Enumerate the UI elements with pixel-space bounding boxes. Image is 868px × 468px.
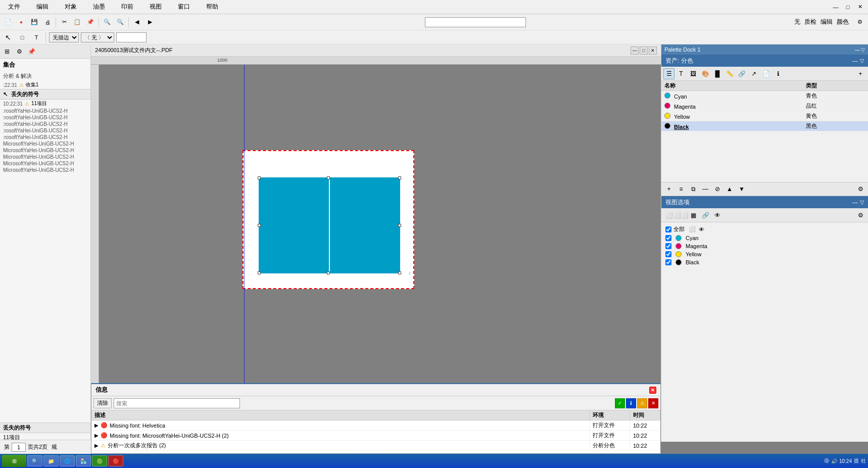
menu-edit[interactable]: 编辑 bbox=[32, 2, 53, 12]
doc-close[interactable]: ✕ bbox=[649, 46, 657, 55]
list-item-6[interactable]: MicrosoftYaHei-UniGB-UCS2-H bbox=[0, 147, 90, 154]
expand-icon-0[interactable]: ▶ bbox=[94, 423, 99, 428]
expand-icon-2[interactable]: ▶ bbox=[94, 443, 99, 448]
info-row-0[interactable]: ▶ 🔴 Missing font: Helvetica 打开文件 10:22 bbox=[91, 420, 660, 431]
at-arrow-icon[interactable]: ↗ bbox=[748, 68, 759, 79]
menu-view[interactable]: 视图 bbox=[146, 2, 166, 12]
frame-tool[interactable]: □ bbox=[16, 31, 28, 43]
asset-panel-minimize[interactable]: — bbox=[852, 58, 858, 64]
taskbar-browser[interactable]: 🌐 bbox=[60, 455, 75, 466]
filter-error-icon[interactable]: ✕ bbox=[648, 398, 658, 408]
doc-minimize[interactable]: — bbox=[631, 46, 639, 55]
list-item-4[interactable]: :rosoftYaHei-UniGB-UCS2-H bbox=[0, 134, 90, 141]
lp-icon-1[interactable]: ⊞ bbox=[2, 46, 12, 57]
at-text-icon[interactable]: T bbox=[676, 68, 687, 79]
taskbar-store[interactable]: 🏪 bbox=[76, 455, 91, 466]
menu-prepress[interactable]: 印前 bbox=[117, 2, 137, 12]
at-image-icon[interactable]: 🖼 bbox=[688, 68, 699, 79]
label-color[interactable]: 颜色 bbox=[837, 18, 849, 26]
list-item-3[interactable]: :rosoftYaHei-UniGB-UCS2-H bbox=[0, 127, 90, 134]
at-measure-icon[interactable]: 📏 bbox=[724, 68, 735, 79]
view-check-all[interactable] bbox=[665, 226, 671, 232]
list-item-1[interactable]: :rosoftYaHei-UniGB-UCS2-H bbox=[0, 114, 90, 121]
maximize-button[interactable]: □ bbox=[844, 3, 852, 11]
abt-copy[interactable]: ⧉ bbox=[688, 183, 699, 195]
at-color-icon[interactable]: 🎨 bbox=[700, 68, 711, 79]
info-close-button[interactable]: ✕ bbox=[649, 387, 656, 394]
taskbar-folder[interactable]: 📁 bbox=[43, 455, 59, 466]
info-search-input[interactable] bbox=[114, 398, 240, 408]
minimize-button[interactable]: — bbox=[832, 3, 840, 11]
vt-two-page[interactable]: ⬜⬜ bbox=[676, 210, 687, 221]
vt-settings[interactable]: ⚙ bbox=[855, 210, 866, 221]
copy-button[interactable]: 📋 bbox=[71, 16, 83, 28]
color-row-yellow[interactable]: Yellow 黄色 bbox=[661, 111, 868, 121]
save-button[interactable]: 💾 bbox=[28, 16, 40, 28]
view-check-black[interactable] bbox=[665, 259, 671, 265]
palette-dock-minimize[interactable]: — bbox=[855, 47, 860, 53]
start-button[interactable]: ⊞ bbox=[2, 455, 26, 467]
vt-spread[interactable]: ▦ bbox=[688, 210, 699, 221]
new-button[interactable]: 📄 bbox=[2, 16, 14, 28]
vt-link[interactable]: 🔗 bbox=[700, 210, 711, 221]
color-row-black[interactable]: Black 黑色 bbox=[661, 121, 868, 131]
label-qc[interactable]: 质检 bbox=[804, 18, 816, 26]
settings-icon[interactable]: ⚙ bbox=[854, 16, 866, 28]
arrow-right-button[interactable]: ▶ bbox=[144, 16, 156, 28]
list-item-7[interactable]: MicrosoftYaHei-UniGB-UCS2-H bbox=[0, 154, 90, 160]
view-check-cyan[interactable] bbox=[665, 235, 671, 241]
at-add-col-icon[interactable]: + bbox=[855, 68, 866, 79]
expand-icon-1[interactable]: ▶ bbox=[94, 433, 99, 438]
info-row-2[interactable]: ▶ ⚠ 分析一次或多次报告 (2) 分析分色 10:22 bbox=[91, 441, 660, 451]
list-item-2[interactable]: :rosoftYaHei-UniGB-UCS2-H bbox=[0, 121, 90, 127]
list-item-0[interactable]: :rosoftYaHei-UniGB-UCS2-H bbox=[0, 108, 90, 114]
list-item-9[interactable]: MicrosoftYaHei-UniGB-UCS2-H bbox=[0, 167, 90, 173]
paste-button[interactable]: 📌 bbox=[84, 16, 97, 28]
list-item-8[interactable]: MicrosoftYaHei-UniGB-UCS2-H bbox=[0, 160, 90, 167]
cut-button[interactable]: ✂ bbox=[58, 16, 70, 28]
menu-ink[interactable]: 油墨 bbox=[89, 2, 109, 12]
menu-help[interactable]: 帮助 bbox=[202, 2, 222, 12]
text-tool[interactable]: T bbox=[30, 31, 42, 43]
status-page-input[interactable] bbox=[12, 443, 26, 452]
zoom-in-button[interactable]: 🔍 bbox=[101, 16, 113, 28]
list-item-5[interactable]: MicrosoftYaHei-UniGB-UCS2-H bbox=[0, 141, 90, 147]
lp-icon-3[interactable]: 📌 bbox=[26, 46, 36, 57]
at-doc-icon[interactable]: 📄 bbox=[760, 68, 771, 79]
vt-eye[interactable]: 👁 bbox=[712, 210, 723, 221]
info-row-1[interactable]: ▶ 🔴 Missing font: MicrosoftYaHei-UniGB-U… bbox=[91, 431, 660, 441]
info-clear-button[interactable]: 清除 bbox=[93, 398, 112, 408]
abt-list[interactable]: ≡ bbox=[676, 183, 687, 195]
at-barcode-icon[interactable]: ▐▌ bbox=[712, 68, 723, 79]
open-button[interactable]: ● bbox=[15, 16, 27, 28]
at-list-icon[interactable]: ☰ bbox=[663, 68, 674, 79]
at-link-icon[interactable]: 🔗 bbox=[736, 68, 747, 79]
vt-single-page[interactable]: ⬜ bbox=[663, 210, 674, 221]
view-panel-expand[interactable]: ▽ bbox=[860, 199, 864, 206]
abt-add[interactable]: + bbox=[663, 183, 674, 195]
angle-select[interactable]: 〈 无 〉 bbox=[81, 32, 114, 42]
taskbar-red[interactable]: 🔴 bbox=[108, 455, 123, 466]
palette-dock-expand[interactable]: ▽ bbox=[861, 47, 865, 53]
label-edit[interactable]: 编辑 bbox=[821, 18, 833, 26]
view-check-yellow[interactable] bbox=[665, 251, 671, 257]
main-search-input[interactable] bbox=[425, 17, 526, 27]
doc-restore[interactable]: □ bbox=[640, 46, 648, 55]
menu-window[interactable]: 窗口 bbox=[174, 2, 194, 12]
menu-object[interactable]: 对象 bbox=[61, 2, 81, 12]
at-info-icon[interactable]: ℹ bbox=[773, 68, 784, 79]
abt-settings[interactable]: ⚙ bbox=[855, 183, 866, 195]
arrow-left-button[interactable]: ◀ bbox=[131, 16, 143, 28]
menu-file[interactable]: 文件 bbox=[4, 2, 24, 12]
abt-down[interactable]: ▼ bbox=[736, 183, 747, 195]
filter-info-icon[interactable]: ℹ bbox=[626, 398, 636, 408]
color-row-magenta[interactable]: Magenta 品红 bbox=[661, 101, 868, 111]
lp-icon-2[interactable]: ⚙ bbox=[14, 46, 24, 57]
close-button[interactable]: ✕ bbox=[856, 3, 864, 11]
abt-stop[interactable]: ⊘ bbox=[712, 183, 723, 195]
view-check-magenta[interactable] bbox=[665, 243, 671, 249]
abt-up[interactable]: ▲ bbox=[724, 183, 735, 195]
stroke-select[interactable]: 无描边 bbox=[49, 32, 79, 42]
color-row-cyan[interactable]: Cyan 青色 bbox=[661, 91, 868, 101]
taskbar-search[interactable]: 🔍 bbox=[27, 455, 42, 466]
